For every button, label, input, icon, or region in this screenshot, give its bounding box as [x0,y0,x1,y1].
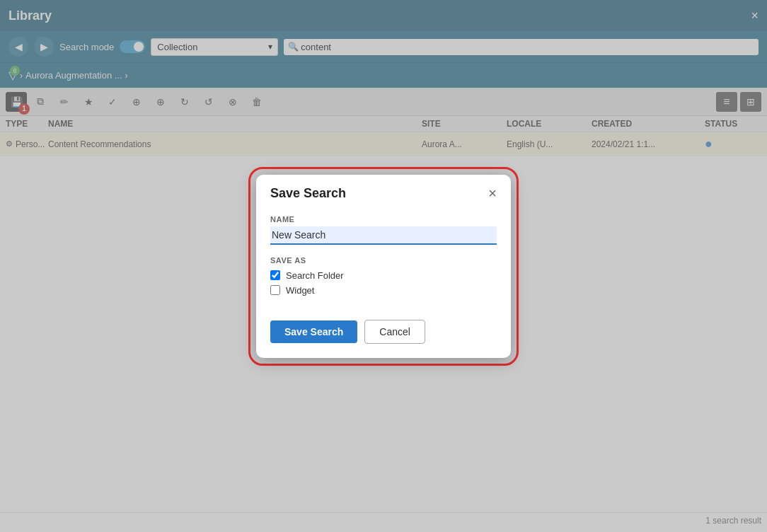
dialog-body: NAME SAVE AS Search Folder Widget [256,207,511,314]
dialog-footer: Save Search Cancel [256,314,511,358]
save-search-submit-button[interactable]: Save Search [270,320,357,343]
search-folder-checkbox[interactable] [270,270,280,280]
widget-label: Widget [286,285,314,296]
dialog-header: Save Search × [256,175,511,207]
name-input[interactable] [270,226,497,245]
search-folder-row: Search Folder [270,270,497,281]
dialog-title: Save Search [270,186,346,201]
main-window: Library × ◀ ▶ Search mode ✓ Collection A… [0,0,767,532]
name-field-label: NAME [270,215,497,224]
search-folder-label: Search Folder [286,270,344,281]
cancel-button[interactable]: Cancel [364,320,425,344]
save-as-label: SAVE AS [270,256,497,265]
dialog-highlight-ring: Save Search × NAME SAVE AS Search Folder… [248,167,519,366]
widget-checkbox[interactable] [270,285,280,295]
widget-row: Widget [270,285,497,296]
dialog-close-button[interactable]: × [488,186,497,200]
modal-overlay: Save Search × NAME SAVE AS Search Folder… [0,0,767,532]
save-search-dialog: Save Search × NAME SAVE AS Search Folder… [256,175,511,358]
